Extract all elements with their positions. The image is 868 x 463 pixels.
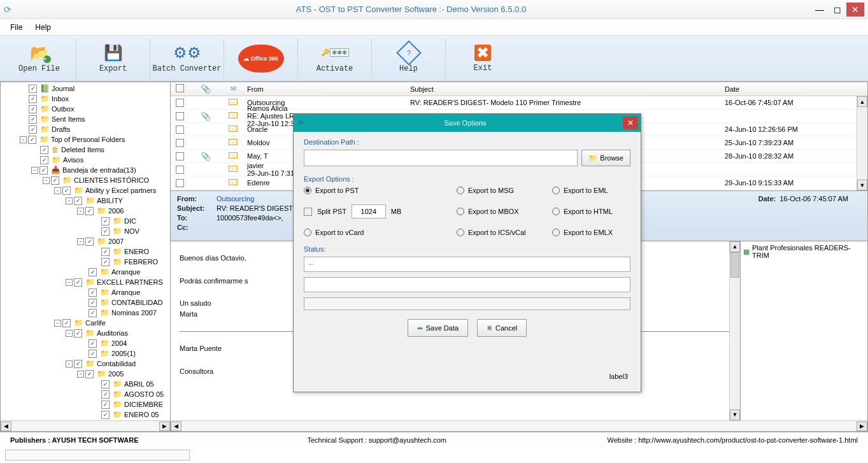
- office365-button[interactable]: ☁ Office 365: [224, 38, 298, 79]
- tree-checkbox[interactable]: ✓: [40, 156, 48, 164]
- scroll-up-icon[interactable]: ▲: [857, 96, 867, 107]
- tree-checkbox[interactable]: ✓: [74, 329, 82, 338]
- expand-icon[interactable]: -: [66, 360, 73, 367]
- scroll-left-icon[interactable]: ◀: [1, 422, 11, 431]
- tree-checkbox[interactable]: ✓: [89, 339, 97, 348]
- tree-item[interactable]: ✓📁Drafts: [1, 124, 170, 134]
- expand-icon[interactable]: -: [20, 136, 27, 143]
- tree-checkbox[interactable]: ✓: [101, 411, 110, 419]
- tree-item[interactable]: ✓📁Outbox: [1, 104, 170, 114]
- tree-item[interactable]: ✓📁ABRIL 05: [1, 379, 170, 389]
- tree-item[interactable]: ✓📁2004: [1, 338, 170, 348]
- export-eml-radio[interactable]: Export to EML: [552, 187, 629, 194]
- help-button[interactable]: ? Help: [372, 38, 446, 79]
- split-size-input[interactable]: [352, 204, 386, 218]
- save-data-button[interactable]: ➦Save Data: [408, 319, 468, 337]
- open-file-button[interactable]: 📂+ Open File: [3, 38, 76, 79]
- tree-item[interactable]: ✓📁NOV: [1, 226, 170, 236]
- tree-checkbox[interactable]: ✓: [101, 248, 110, 256]
- tree-item[interactable]: -✓📁EXCELL PARTNERS: [1, 277, 170, 287]
- tree-item[interactable]: ✓📗Journal: [1, 83, 170, 94]
- scroll-down-icon[interactable]: ▼: [730, 410, 740, 420]
- tree-item[interactable]: ✓📁Arranque: [1, 267, 170, 277]
- list-vscrollbar[interactable]: ▲ ▼: [857, 96, 867, 190]
- tree-item[interactable]: -✓📁Auditorias: [1, 328, 170, 338]
- tree-checkbox[interactable]: ✓: [74, 197, 82, 205]
- tree-item[interactable]: -✓📁Carlife: [1, 318, 170, 328]
- tree-item[interactable]: -✓📁CLIENTES HISTÓRICO: [1, 175, 170, 185]
- subject-column-header[interactable]: Subject: [410, 85, 725, 93]
- row-checkbox[interactable]: [176, 139, 184, 147]
- tree-checkbox[interactable]: ✓: [85, 370, 94, 378]
- expand-icon[interactable]: -: [66, 197, 73, 204]
- tree-item[interactable]: ✓📁DICIEMBRE: [1, 399, 170, 410]
- tree-item[interactable]: ✓🗑Deleted Items: [1, 145, 170, 155]
- expand-icon[interactable]: -: [54, 320, 61, 327]
- tree-checkbox[interactable]: ✓: [89, 299, 97, 307]
- export-html-radio[interactable]: Export to HTML: [552, 204, 629, 218]
- tree-item[interactable]: ✓📁AGOSTO 05: [1, 389, 170, 399]
- export-ics-radio[interactable]: Export to ICS/vCal: [457, 229, 552, 236]
- tree-item[interactable]: ✓📁ENERO 05: [1, 410, 170, 420]
- tree-item[interactable]: ✓📁Arranque: [1, 287, 170, 297]
- tree-item[interactable]: -✓📁Ability y Excel partners: [1, 185, 170, 196]
- dialog-close-button[interactable]: ✕: [623, 117, 638, 129]
- tree-checkbox[interactable]: ✓: [101, 401, 110, 409]
- activate-button[interactable]: 🔑✱✱✱ Activate: [298, 38, 372, 79]
- minimize-button[interactable]: ―: [811, 3, 829, 17]
- tree-item[interactable]: ✓📁CONTABILIDAD: [1, 297, 170, 308]
- date-column-header[interactable]: Date: [725, 85, 867, 93]
- row-checkbox[interactable]: [176, 112, 184, 120]
- tree-item[interactable]: ✓📁Inbox: [1, 94, 170, 104]
- envelope-column-icon[interactable]: ✉: [222, 85, 245, 93]
- tree-hscrollbar[interactable]: ◀ ▶: [1, 420, 170, 431]
- tree-checkbox[interactable]: ✓: [51, 176, 59, 185]
- expand-icon[interactable]: -: [77, 208, 84, 215]
- row-checkbox[interactable]: [176, 125, 184, 134]
- tree-checkbox[interactable]: ✓: [101, 217, 110, 225]
- expand-icon[interactable]: -: [77, 238, 84, 245]
- expand-icon[interactable]: -: [66, 330, 73, 337]
- tree-checkbox[interactable]: ✓: [29, 105, 37, 113]
- tree-item[interactable]: ✓📁Sent Items: [1, 114, 170, 124]
- tree-item[interactable]: -✓📁2007: [1, 236, 170, 246]
- batch-converter-button[interactable]: ⚙⚙ Batch Converter: [150, 38, 224, 79]
- tree-item[interactable]: ✓📁2005(1): [1, 348, 170, 359]
- tree-checkbox[interactable]: ✓: [89, 309, 97, 317]
- menu-help[interactable]: Help: [35, 23, 51, 32]
- scroll-right-icon[interactable]: ▶: [857, 422, 867, 431]
- export-pst-radio[interactable]: Export to PST: [304, 187, 457, 194]
- tree-item[interactable]: ✓📁ENERO: [1, 246, 170, 257]
- tree-item[interactable]: -✓📁Contabilidad: [1, 359, 170, 369]
- exit-button[interactable]: ✖ Exit: [446, 38, 520, 79]
- tree-item[interactable]: ✓📁Avisos: [1, 155, 170, 165]
- tree-checkbox[interactable]: ✓: [89, 350, 97, 358]
- destination-path-input[interactable]: [304, 150, 578, 166]
- tree-item[interactable]: ✓📁FEBRERO: [1, 257, 170, 267]
- row-checkbox[interactable]: [176, 179, 184, 187]
- export-vcard-radio[interactable]: Export to vCard: [304, 229, 457, 236]
- expand-icon[interactable]: -: [43, 177, 50, 184]
- row-checkbox[interactable]: [176, 99, 184, 107]
- scroll-left-icon[interactable]: ◀: [171, 422, 181, 431]
- tree-item[interactable]: ✓📁DIC: [1, 216, 170, 226]
- expand-icon[interactable]: -: [31, 167, 38, 174]
- body-vscrollbar[interactable]: ▲ ▼: [729, 241, 740, 420]
- tree-checkbox[interactable]: ✓: [62, 187, 71, 195]
- scroll-down-icon[interactable]: ▼: [857, 180, 867, 190]
- dialog-titlebar[interactable]: ⟳ Save Options ✕: [294, 114, 641, 132]
- tree-checkbox[interactable]: ✓: [89, 268, 97, 276]
- export-mbox-radio[interactable]: Export to MBOX: [457, 204, 552, 218]
- folder-tree[interactable]: ✓📗Journal✓📁Inbox✓📁Outbox✓📁Sent Items✓📁Dr…: [1, 82, 170, 420]
- export-emlx-radio[interactable]: Export to EMLX: [552, 229, 629, 236]
- attachment-item[interactable]: ▦Plant Profesionales READERS-TRIM: [743, 244, 865, 259]
- tree-item[interactable]: -✓📁ABILITY: [1, 196, 170, 206]
- export-button[interactable]: 💾 Export: [76, 38, 150, 79]
- tree-checkbox[interactable]: ✓: [74, 278, 82, 287]
- from-column-header[interactable]: From: [245, 85, 410, 93]
- row-checkbox[interactable]: [176, 166, 184, 174]
- select-all-checkbox[interactable]: [176, 84, 184, 92]
- tree-checkbox[interactable]: ✓: [85, 238, 94, 246]
- menu-file[interactable]: File: [10, 23, 22, 32]
- browse-button[interactable]: 📁Browse: [581, 150, 630, 166]
